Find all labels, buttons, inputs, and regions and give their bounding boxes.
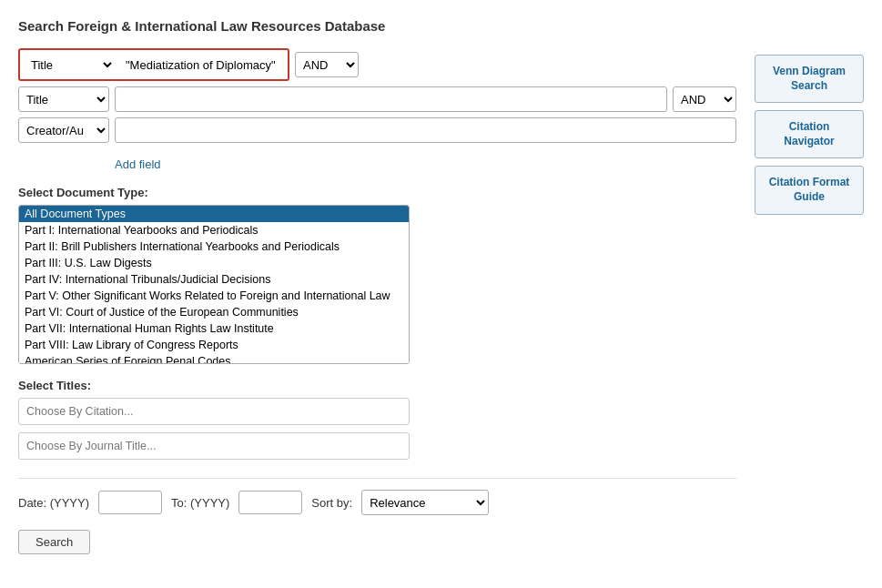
search-button[interactable]: Search	[18, 530, 90, 554]
search-row-2: Title Creator/Au Subject Publisher Date …	[18, 86, 736, 112]
field-select-3[interactable]: Title Creator/Au Subject Publisher Date	[18, 117, 109, 143]
journal-input[interactable]	[18, 432, 410, 460]
search-input-1[interactable]	[120, 52, 284, 77]
search-row-1: Title Creator/Au Subject Publisher Date …	[18, 48, 736, 81]
field-select-1[interactable]: Title Creator/Au Subject Publisher Date	[24, 52, 115, 77]
titles-label: Select Titles:	[18, 379, 736, 392]
operator-select-1[interactable]: AND OR NOT	[295, 52, 359, 77]
citation-format-guide-button[interactable]: Citation Format Guide	[755, 166, 864, 214]
first-row-highlight: Title Creator/Au Subject Publisher Date	[18, 48, 289, 81]
sidebar: Venn Diagram Search Citation Navigator C…	[755, 18, 864, 570]
citation-navigator-button[interactable]: Citation Navigator	[755, 110, 864, 158]
sort-select[interactable]: Relevance Date Title	[361, 490, 489, 515]
add-field-link[interactable]: Add field	[115, 157, 161, 171]
doc-type-list[interactable]: All Document Types Part I: International…	[18, 205, 410, 364]
date-to-input[interactable]	[238, 491, 302, 514]
citation-input[interactable]	[18, 398, 410, 425]
date-from-input[interactable]	[98, 491, 162, 514]
search-input-3[interactable]	[115, 117, 736, 143]
sort-label: Sort by:	[311, 496, 352, 510]
doc-type-label: Select Document Type:	[18, 186, 736, 199]
field-select-2[interactable]: Title Creator/Au Subject Publisher Date	[18, 86, 109, 112]
search-row-3: Title Creator/Au Subject Publisher Date	[18, 117, 736, 143]
to-label: To: (YYYY)	[171, 496, 229, 510]
page-title: Search Foreign & International Law Resou…	[18, 18, 736, 34]
operator-select-2[interactable]: AND OR NOT	[673, 86, 736, 112]
venn-diagram-button[interactable]: Venn Diagram Search	[755, 55, 864, 103]
search-fields-container: Title Creator/Au Subject Publisher Date …	[18, 48, 736, 143]
titles-section: Select Titles:	[18, 379, 736, 467]
date-label: Date: (YYYY)	[18, 496, 89, 510]
search-input-2[interactable]	[115, 86, 667, 112]
date-sort-row: Date: (YYYY) To: (YYYY) Sort by: Relevan…	[18, 478, 736, 515]
